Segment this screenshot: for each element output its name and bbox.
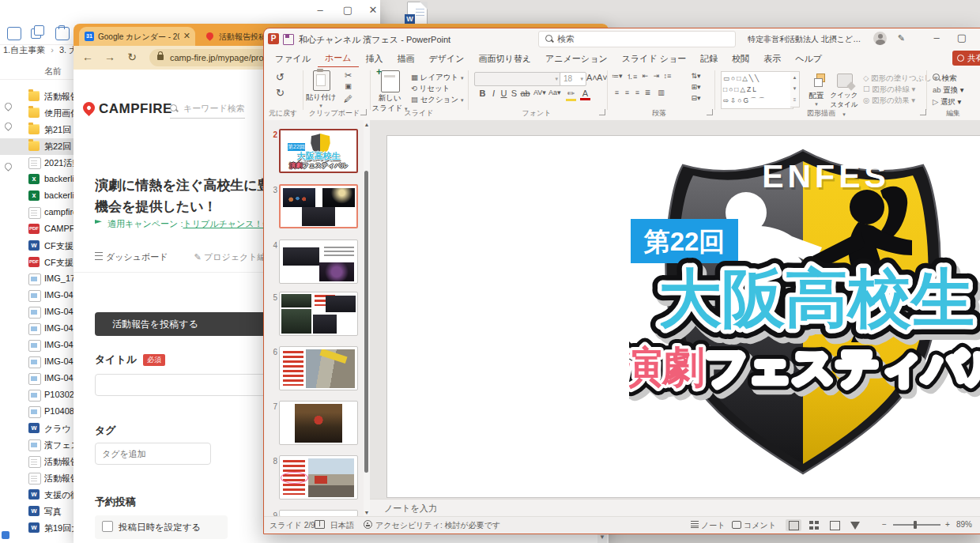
maximize-button[interactable]: ▢ [337,4,358,16]
dialog-launcher[interactable] [920,109,926,115]
char-spacing-button[interactable]: AV▾ [533,89,544,96]
slide-thumbnail-2-selected[interactable]: 第22回 大阪高校生 演劇フェスティバル [279,129,358,173]
decrease-indent-button[interactable]: ⇤ [640,72,650,80]
slide-thumbnail-8[interactable] [279,455,358,500]
scrollbar-thumb[interactable] [364,171,368,473]
paste-button[interactable]: 貼り付け▾ [305,70,337,109]
highlight-color-button[interactable]: ✏ [566,89,576,101]
shape-outline-button[interactable]: ☐ 図形の枠線 ▾ [863,85,915,95]
zoom-level[interactable]: 89% [956,520,972,529]
increase-indent-button[interactable]: ⇥ [651,72,662,80]
justify-button[interactable]: ≣ [643,89,653,96]
dialog-launcher[interactable] [360,109,367,115]
minimize-button[interactable]: – [926,32,947,43]
arrange-button[interactable]: 配置▾ [805,72,828,107]
tab-close-icon[interactable]: ✕ [183,31,190,41]
cut-icon[interactable]: ✂ [343,70,353,81]
undo-button[interactable]: ↺ [275,71,285,83]
reading-view-button[interactable] [827,519,842,531]
bullets-button[interactable]: ≔▾ [612,72,622,80]
slide-thumbnail-5[interactable] [279,292,358,336]
section-button[interactable]: ▤ セクション ▾ [411,95,463,105]
smartart-button[interactable]: ⊟▾ [691,94,701,102]
tab-dashboard[interactable]: ダッシュボード [95,252,168,262]
campfire-brand[interactable]: CAMPFIRE [99,101,172,117]
select-button[interactable]: ▷ 選択 ▾ [933,97,961,107]
copy-icon[interactable] [31,27,43,39]
forward-button[interactable]: → [102,51,118,63]
underline-button[interactable]: U [499,89,509,98]
change-case-button[interactable]: Aa▾ [548,89,559,96]
ppt-search-box[interactable]: 検索 [538,31,736,47]
align-right-button[interactable]: ≡ [632,89,643,96]
avatar[interactable] [873,32,887,45]
redo-button[interactable]: ↻ [275,87,285,99]
find-button[interactable]: 検索 [933,74,957,84]
share-button[interactable]: 共有 [952,51,980,66]
dialog-launcher[interactable] [707,109,713,115]
menu-animations[interactable]: アニメーション [538,50,615,67]
browser-tab-calendar[interactable]: 31 Google カレンダー - 2023年 1月 8 ✕ [79,27,195,46]
desktop-word-file-icon[interactable]: W [407,2,428,26]
keyword-search-input[interactable]: キーワード検索 [170,103,245,119]
slideshow-button[interactable] [847,519,863,531]
notes-input-area[interactable]: ノートを入力 [370,499,980,518]
font-color-button[interactable]: A [580,89,590,100]
zoom-in-button[interactable]: + [945,520,950,529]
strikethrough-button[interactable]: ab [520,89,530,98]
language-indicator[interactable]: 日本語 [330,520,354,531]
menu-record[interactable]: 記録 [693,50,725,67]
schedule-checkbox-row[interactable]: 投稿日時を設定する [95,515,228,539]
zoom-slider[interactable] [893,524,940,526]
format-painter-icon[interactable]: 🖉 [343,94,353,104]
display-settings-icon[interactable] [315,520,325,530]
slide-thumbnail-6[interactable] [279,346,358,390]
slide-2[interactable]: ENFES ENFES 第22回 大阪高校生 大阪高校生 大阪高校生 大阪高校生… [386,135,980,498]
align-text-button[interactable]: ⊞▾ [691,83,701,91]
reset-button[interactable]: ⟲ リセット [411,84,450,94]
accessibility-status[interactable]: アクセシビリティ: 検討が必要です [375,520,500,531]
paste-icon[interactable] [55,27,70,40]
maximize-button[interactable]: ▢ [952,32,972,43]
text-direction-button[interactable]: ⇅▾ [691,72,701,80]
menu-draw[interactable]: 描画 [390,50,422,67]
minimize-button[interactable]: – [310,4,330,16]
align-center-button[interactable]: ≡ [622,89,632,96]
notes-toggle[interactable]: ノート [691,520,725,531]
checkbox[interactable] [102,521,113,532]
menu-slideshow[interactable]: スライド ショー [615,50,694,67]
reload-button[interactable]: ↻ [124,51,140,63]
tag-input[interactable] [95,443,211,465]
zoom-slider-thumb[interactable] [914,521,917,529]
font-name-combo[interactable]: ▾ [474,72,561,86]
menu-design[interactable]: デザイン [422,50,472,67]
menu-view[interactable]: 表示 [756,50,788,67]
slide-canvas[interactable]: ENFES ENFES 第22回 大阪高校生 大阪高校生 大阪高校生 大阪高校生… [370,120,980,499]
slide-thumbnail-7[interactable] [279,401,358,445]
new-item-icon[interactable] [7,27,21,40]
new-slide-button[interactable]: 新しい スライド ▾ [371,70,408,114]
grow-font-button[interactable]: A˄ [586,73,597,82]
account-name[interactable]: 特定非営利活動法人 北摂こども文化協会 [748,34,868,45]
enfes-logo[interactable]: ENFES ENFES 第22回 大阪高校生 大阪高校生 大阪高校生 大阪高校生… [629,145,980,481]
breadcrumb-item[interactable]: 1.自主事業 [3,45,45,55]
ink-pen-icon[interactable]: ✎ [898,33,905,43]
copy-icon[interactable]: ▣ [343,82,353,90]
comments-toggle[interactable]: コメント [732,520,776,531]
save-icon[interactable] [283,34,294,45]
layout-button[interactable]: ▦ レイアウト ▾ [411,73,463,83]
normal-view-button[interactable] [786,519,801,531]
bold-button[interactable]: B [477,89,488,98]
dialog-launcher[interactable] [599,109,605,115]
menu-review[interactable]: 校閲 [725,50,756,67]
line-spacing-button[interactable]: ↕≡ [662,72,673,80]
menu-home[interactable]: ホーム [318,49,359,68]
panel-scrollbar[interactable]: ▲ ▼ [364,120,370,517]
shrink-font-button[interactable]: A˅ [597,73,607,82]
columns-button[interactable]: ▥ [656,89,666,96]
close-button[interactable]: ✕ [363,4,383,16]
numbering-button[interactable]: ⒈≡ [626,72,636,82]
zoom-out-button[interactable]: − [882,520,887,529]
menu-help[interactable]: ヘルプ [788,50,829,67]
back-button[interactable]: ← [80,51,96,63]
